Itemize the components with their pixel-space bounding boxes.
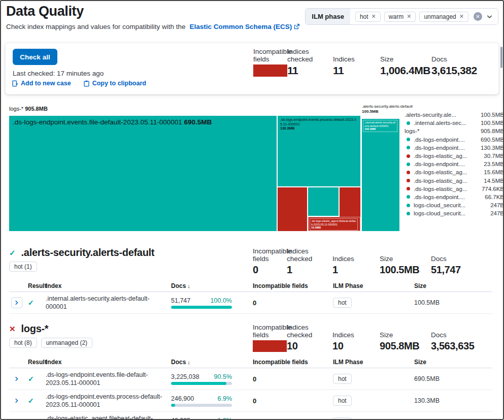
add-to-new-case-link[interactable]: Add to new case xyxy=(12,80,71,87)
series-dot-icon xyxy=(407,154,410,158)
table-header: Result Index Docs↓ Incompatible fields I… xyxy=(9,359,492,368)
incompatible-count: 0 xyxy=(253,397,333,405)
docs-sort-header[interactable]: Docs↓ xyxy=(171,359,233,366)
legend-item[interactable]: .internal.alerts-sec...100.5MB xyxy=(405,119,504,127)
check-icon: ✓ xyxy=(28,299,46,307)
legend-item[interactable]: .ds-logs-elastic_ag...15.6MB xyxy=(405,168,504,176)
legend-item[interactable]: .ds-logs-endpoint....690.5MB xyxy=(405,136,504,144)
legend-group[interactable]: .alerts-security.ale...100.5MB xyxy=(405,111,504,119)
treemap-group-label-logs: logs-* 905.8MB xyxy=(9,106,48,112)
copy-to-clipboard-link[interactable]: Copy to clipboard xyxy=(83,80,146,87)
filter-pill-hot[interactable]: hot✕ xyxy=(355,12,381,22)
pattern-stats: Incompatible fields0 Indices checked1 In… xyxy=(253,247,497,276)
legend-item[interactable]: .ds-logs-endpoint....130.3MB xyxy=(405,144,504,152)
treemap-block-filebeat[interactable]: .ds-logs-elastic_agent.filebeat-default-… xyxy=(308,217,360,231)
scrollbar-thumb[interactable] xyxy=(500,47,502,68)
case-icon xyxy=(12,80,18,87)
series-dot-icon xyxy=(407,212,410,215)
stat-indices-checked: Indices checked1 xyxy=(287,247,332,276)
expand-row-button[interactable] xyxy=(11,395,22,406)
expand-row-button[interactable] xyxy=(11,373,22,384)
filter-pill-unmanaged[interactable]: unmanaged✕ xyxy=(419,12,468,22)
last-checked-text: Last checked: 17 minutes ago xyxy=(13,70,104,77)
docs-cell: 246,9006.9% xyxy=(171,395,233,407)
clear-filter-button[interactable]: ✕ xyxy=(474,12,482,21)
stat-docs: Docs51,747 xyxy=(431,247,497,276)
pattern-section-alerts: ✓ .alerts-security.alerts-default hot (1… xyxy=(9,247,492,272)
legend-item[interactable]: logs-cloud_securit...247B xyxy=(405,201,504,209)
chevron-down-icon[interactable] xyxy=(486,13,493,20)
treemap-block-internal-alerts[interactable]: .internal.alerts-security.alerts-default… xyxy=(362,119,399,231)
legend-item[interactable]: .ds-logs-elastic_ag...774.6KB xyxy=(405,185,504,193)
ilm-phase-badge: hot xyxy=(333,396,352,406)
series-dot-icon xyxy=(407,146,410,149)
docs-sort-header[interactable]: Docs↓ xyxy=(171,282,233,289)
remove-pill-icon[interactable]: ✕ xyxy=(459,13,464,20)
check-icon: ✓ xyxy=(9,248,16,257)
legend-item[interactable]: logs-cloud_securit...247B xyxy=(405,209,504,217)
stat-size: Size100.5MB xyxy=(380,247,431,276)
incompatible-count: 0 xyxy=(253,299,333,307)
index-size: 690.5MB xyxy=(414,375,492,382)
subtitle-text: Check index mappings and values for comp… xyxy=(6,23,185,30)
legend-item[interactable]: .ds-logs-elastic_ag...30.7MB xyxy=(405,152,504,160)
stat-indices-checked: Indices checked10 xyxy=(287,324,332,352)
stat-indices-checked: Indices checked11 xyxy=(287,48,333,77)
docs-cell: 42,9251.2% xyxy=(171,417,233,420)
ecs-link[interactable]: Elastic Common Schema (ECS) xyxy=(189,23,299,30)
pattern-section-logs: ✕ logs-* hot (8) unmanaged (2) Incompati… xyxy=(9,323,492,348)
ilm-phase-filter[interactable]: ILM phase hot✕ warm✕ unmanaged✕ ✕ xyxy=(305,8,498,25)
series-dot-icon xyxy=(407,204,410,207)
pattern-title: .alerts-security.alerts-default xyxy=(21,247,155,259)
series-dot-icon xyxy=(407,187,410,190)
treemap-block-process-default[interactable]: .ds-logs-endpoint.events.process-default… xyxy=(278,116,360,186)
series-dot-icon xyxy=(407,179,410,182)
pattern-title: logs-* xyxy=(21,323,49,335)
table-row: ✓ .ds-logs-endpoint.events.process-defau… xyxy=(9,390,492,412)
index-name: .ds-logs-endpoint.events.file-default-20… xyxy=(46,371,171,387)
stat-size: Size1,006.4MB xyxy=(380,48,431,77)
stat-incompatible-fields: Incompatible fields0 xyxy=(253,247,287,276)
docs-progress-bar xyxy=(171,404,232,407)
series-dot-icon xyxy=(407,171,410,174)
stat-docs: Docs3,563,635 xyxy=(431,324,497,352)
stat-indices: Indices11 xyxy=(333,48,380,77)
treemap-block-endpoint-small[interactable] xyxy=(308,187,339,216)
index-name: .ds-logs-elastic_agent.filebeat-default-… xyxy=(46,414,171,420)
series-dot-icon xyxy=(407,121,410,125)
page-subtitle: Check index mappings and values for comp… xyxy=(6,23,299,30)
treemap-block-elastic-agent-1[interactable] xyxy=(278,187,307,231)
stat-incompatible-fields: Incompatible fields8 xyxy=(253,324,287,352)
remove-pill-icon[interactable]: ✕ xyxy=(372,13,376,20)
pattern-stats: Incompatible fields8 Indices checked10 I… xyxy=(253,324,497,352)
filter-pill-warm[interactable]: warm✕ xyxy=(384,12,416,22)
clipboard-icon xyxy=(83,80,90,87)
page-title: Data Quality xyxy=(6,4,84,19)
docs-progress-bar xyxy=(171,306,232,309)
legend-item[interactable]: .ds-logs-elastic_ag...14.5MB xyxy=(405,177,504,185)
ilm-phase-badge: hot xyxy=(333,417,352,420)
series-dot-icon xyxy=(407,195,410,199)
check-all-button[interactable]: Check all xyxy=(13,49,57,65)
summary-stats: Incompatible fields8 Indices checked11 I… xyxy=(253,48,497,77)
remove-pill-icon[interactable]: ✕ xyxy=(407,13,411,20)
index-name: .internal.alerts-security.alerts-default… xyxy=(46,295,171,311)
x-icon: ✕ xyxy=(9,325,16,334)
external-link-icon xyxy=(294,24,299,29)
sort-desc-icon: ↓ xyxy=(187,283,190,289)
ilm-badge: hot (8) xyxy=(9,338,37,348)
ilm-phase-badge: hot xyxy=(333,374,352,384)
treemap-block-file-default[interactable]: .ds-logs-endpoint.events.file-default-20… xyxy=(9,116,277,231)
ilm-phase-pills: hot✕ warm✕ unmanaged✕ xyxy=(350,12,474,22)
legend-item[interactable]: .ds-logs-endpoint....66.7KB xyxy=(405,193,504,201)
indices-table-alerts: Result Index Docs↓ Incompatible fields I… xyxy=(9,282,492,314)
legend-item[interactable]: .ds-logs-endpoint....23.5MB xyxy=(405,160,504,168)
ilm-badge: unmanaged (2) xyxy=(41,338,92,348)
expand-row-button[interactable] xyxy=(11,417,22,420)
ilm-badge: hot (1) xyxy=(9,262,37,272)
stat-size: Size905.8MB xyxy=(380,324,431,352)
treemap-legend: .alerts-security.ale...100.5MB .internal… xyxy=(405,111,504,217)
legend-group[interactable]: logs-*905.8MB xyxy=(405,127,504,135)
expand-row-button[interactable] xyxy=(11,297,22,308)
docs-progress-bar xyxy=(171,382,232,385)
